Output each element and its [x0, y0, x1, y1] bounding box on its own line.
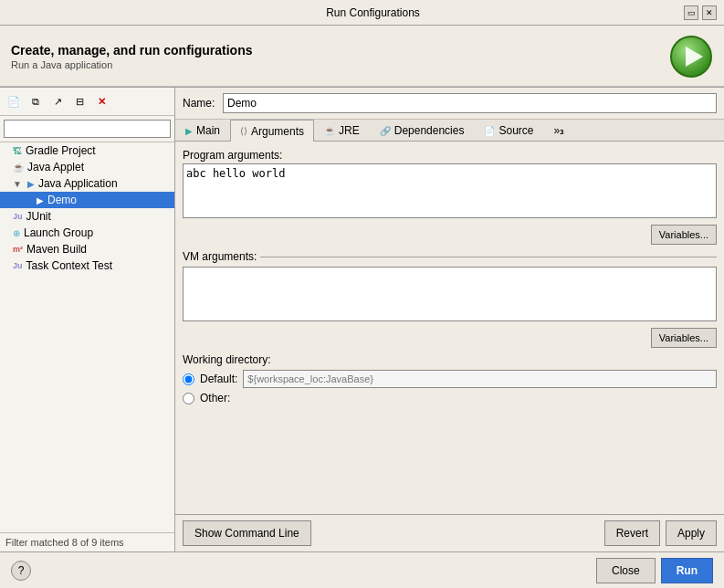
main-content: 📄 ⧉ ↗ ⊟ ✕ 🏗 Gradle Project ☕ Java Applet: [0, 87, 724, 551]
expand-icon: ▼: [13, 179, 22, 189]
name-input[interactable]: [223, 93, 717, 113]
tab-jre[interactable]: ☕ JRE: [314, 120, 370, 141]
new-button[interactable]: 📄: [4, 91, 24, 111]
default-radio[interactable]: [183, 373, 194, 385]
java-app-icon: ▶: [27, 179, 35, 189]
vm-separator: [260, 257, 717, 257]
tab-main[interactable]: ▶ Main: [175, 120, 230, 141]
working-dir-label: Working directory:: [183, 353, 717, 366]
tab-content-arguments: Program arguments: abc hello world Varia…: [175, 142, 724, 514]
default-radio-label: Default:: [200, 373, 237, 385]
junit-icon: Ju: [13, 212, 23, 221]
vm-args-label: VM arguments:: [183, 250, 257, 263]
task-context-icon: Ju: [13, 261, 23, 270]
name-label: Name:: [183, 97, 217, 110]
duplicate-button[interactable]: ⧉: [26, 91, 46, 111]
run-icon: [669, 35, 713, 79]
right-panel: Name: ▶ Main ⟨⟩ Arguments ☕ JRE 🔗: [175, 88, 724, 551]
tree-item-java-application[interactable]: ▼ ▶ Java Application: [0, 175, 174, 192]
source-tab-label: Source: [498, 124, 533, 137]
run-button[interactable]: Run: [661, 558, 713, 583]
program-args-variables-button[interactable]: Variables...: [651, 225, 717, 245]
tab-arguments[interactable]: ⟨⟩ Arguments: [230, 120, 314, 142]
more-tab-label: »₃: [553, 124, 564, 137]
program-args-textarea[interactable]: abc hello world: [183, 163, 717, 218]
main-tab-label: Main: [196, 124, 220, 137]
args-tab-icon: ⟨⟩: [240, 126, 247, 136]
search-box: [0, 116, 174, 142]
tree-item-java-applet[interactable]: ☕ Java Applet: [0, 159, 174, 175]
source-tab-icon: 📄: [484, 126, 495, 136]
search-input[interactable]: [4, 120, 171, 138]
tree-item-task-context[interactable]: Ju Task Context Test: [0, 257, 174, 274]
launch-group-label: Launch Group: [24, 226, 93, 239]
title-bar: Run Configurations ▭ ✕: [0, 0, 724, 26]
dialog-footer: ? Close Run: [0, 551, 724, 588]
jre-tab-icon: ☕: [324, 126, 335, 136]
vm-args-variables-button[interactable]: Variables...: [651, 328, 717, 348]
java-applet-label: Java Applet: [27, 161, 84, 173]
java-applet-icon: ☕: [13, 163, 24, 173]
demo-icon: ▶: [37, 195, 44, 205]
header-subtitle: Run a Java application: [11, 59, 253, 70]
header-section: Create, manage, and run configurations R…: [0, 26, 724, 87]
tree-item-junit[interactable]: Ju JUnit: [0, 208, 174, 225]
program-args-section: Program arguments: abc hello world Varia…: [183, 149, 717, 245]
other-radio[interactable]: [183, 393, 194, 404]
name-row: Name:: [175, 88, 724, 120]
demo-label: Demo: [47, 194, 77, 206]
tree-area: 🏗 Gradle Project ☕ Java Applet ▼ ▶ Java …: [0, 142, 174, 532]
tabs-bar: ▶ Main ⟨⟩ Arguments ☕ JRE 🔗 Dependencies…: [175, 120, 724, 142]
show-command-line-button[interactable]: Show Command Line: [183, 520, 311, 546]
deps-tab-label: Dependencies: [394, 124, 465, 137]
delete-button[interactable]: ✕: [91, 91, 111, 111]
close-button[interactable]: ✕: [702, 5, 717, 20]
gradle-label: Gradle Project: [26, 144, 96, 157]
filter-text: Filter matched 8 of 9 items: [0, 532, 174, 551]
window-controls: ▭ ✕: [684, 5, 717, 20]
header-title: Create, manage, and run configurations: [11, 43, 253, 58]
tab-more[interactable]: »₃: [543, 120, 574, 141]
vm-args-textarea[interactable]: [183, 267, 717, 321]
close-button[interactable]: Close: [596, 558, 656, 583]
default-wd-input[interactable]: [243, 370, 717, 388]
help-button[interactable]: ?: [11, 561, 31, 581]
footer-left: ?: [11, 561, 31, 581]
export-button[interactable]: ↗: [47, 91, 68, 111]
tree-item-demo[interactable]: ▶ Demo: [0, 192, 174, 208]
other-radio-label: Other:: [200, 392, 230, 404]
default-radio-row: Default:: [183, 370, 717, 388]
main-tab-icon: ▶: [185, 126, 193, 136]
tree-item-launch-group[interactable]: ⊕ Launch Group: [0, 225, 174, 241]
junit-label: JUnit: [26, 210, 51, 223]
vm-args-section: VM arguments: Variables...: [183, 250, 717, 348]
java-app-label: Java Application: [38, 177, 118, 190]
bottom-action-bar: Show Command Line Revert Apply: [175, 514, 724, 551]
apply-button[interactable]: Apply: [666, 520, 717, 546]
footer-right: Close Run: [596, 558, 713, 583]
gradle-icon: 🏗: [13, 146, 22, 156]
tree-item-maven[interactable]: m² Maven Build: [0, 241, 174, 257]
other-radio-row: Other:: [183, 392, 717, 404]
maven-label: Maven Build: [26, 243, 87, 256]
jre-tab-label: JRE: [339, 124, 360, 137]
deps-tab-icon: 🔗: [380, 126, 391, 136]
collapse-button[interactable]: ⊟: [69, 91, 89, 111]
window-title: Run Configurations: [62, 6, 684, 19]
tree-item-gradle[interactable]: 🏗 Gradle Project: [0, 142, 174, 159]
tab-source[interactable]: 📄 Source: [474, 120, 543, 141]
left-panel: 📄 ⧉ ↗ ⊟ ✕ 🏗 Gradle Project ☕ Java Applet: [0, 88, 175, 551]
header-text: Create, manage, and run configurations R…: [11, 43, 253, 70]
task-context-label: Task Context Test: [26, 259, 113, 272]
program-args-label: Program arguments:: [183, 149, 717, 162]
launch-group-icon: ⊕: [13, 228, 20, 238]
tab-dependencies[interactable]: 🔗 Dependencies: [370, 120, 475, 141]
maven-icon: m²: [13, 245, 23, 254]
dialog-body: Create, manage, and run configurations R…: [0, 26, 724, 551]
toolbar: 📄 ⧉ ↗ ⊟ ✕: [0, 88, 174, 116]
args-tab-label: Arguments: [251, 125, 304, 138]
minimize-button[interactable]: ▭: [684, 5, 698, 20]
working-dir-section: Working directory: Default: Other:: [183, 353, 717, 408]
revert-button[interactable]: Revert: [604, 520, 660, 546]
